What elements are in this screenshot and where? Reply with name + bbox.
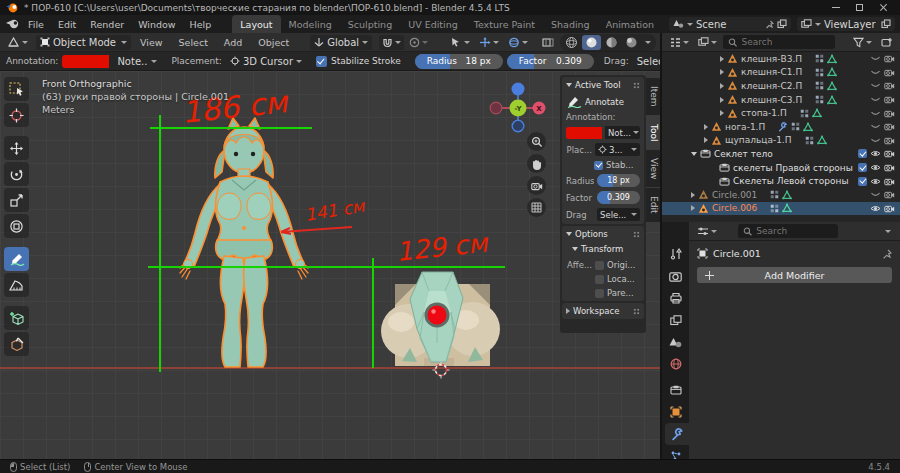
menu-select[interactable]: Select <box>172 33 215 52</box>
transform-tool[interactable] <box>4 214 29 238</box>
camera-visibility-icon[interactable] <box>884 163 895 172</box>
close-icon[interactable] <box>879 3 888 12</box>
overlays-dropdown[interactable] <box>505 35 531 50</box>
hide-eye-icon[interactable] <box>870 95 881 104</box>
affect-locations-checkbox[interactable] <box>595 275 604 284</box>
perspective-grid-button[interactable] <box>527 198 546 217</box>
select-box-tool[interactable] <box>4 77 29 101</box>
add-modifier-button[interactable]: Add Modifier <box>697 267 892 283</box>
outliner-search[interactable] <box>723 35 835 49</box>
np-radius-slider[interactable]: 18 px <box>597 174 640 187</box>
outliner-filter-button[interactable] <box>850 35 875 50</box>
camera-visibility-icon[interactable] <box>884 177 895 186</box>
outliner-row-kleshnya-s3[interactable]: клешня-С3.П <box>662 93 900 107</box>
options-header[interactable]: Options <box>566 229 640 239</box>
panel-menu-icon[interactable] <box>633 231 640 238</box>
hide-eye-icon[interactable] <box>870 122 881 131</box>
outliner-row-skelety-pravoy[interactable]: скелеты Правой стороны <box>662 161 900 175</box>
eye-icon[interactable] <box>870 177 881 186</box>
outliner-row-circle-006[interactable]: Circle.006 <box>662 202 900 216</box>
pin-icon[interactable] <box>882 249 892 259</box>
workspace-tab-uv-editing[interactable]: UV Editing <box>400 15 466 33</box>
panel-menu-icon[interactable] <box>633 308 640 315</box>
collection-checkbox[interactable] <box>858 177 867 186</box>
rotate-tool[interactable] <box>4 162 29 186</box>
outliner-row-shchupaltsa[interactable]: щупальца-1.П <box>662 134 900 148</box>
eye-icon[interactable] <box>870 149 881 158</box>
affect-origins-checkbox[interactable] <box>595 261 604 270</box>
affect-parents-checkbox[interactable] <box>595 289 604 298</box>
cursor-tool[interactable] <box>4 103 29 127</box>
camera-visibility-icon[interactable] <box>884 95 895 104</box>
menu-add[interactable]: Add <box>217 33 249 52</box>
shading-wireframe-button[interactable] <box>562 35 581 50</box>
menu-object[interactable]: Object <box>251 33 296 52</box>
hide-eye-icon[interactable] <box>870 190 881 199</box>
scene-selector[interactable]: Scene <box>669 17 791 31</box>
menu-window[interactable]: Window <box>131 15 182 33</box>
character-model[interactable] <box>168 116 320 372</box>
outliner-search-input[interactable] <box>742 37 830 47</box>
collection-checkbox[interactable] <box>858 149 867 158</box>
shading-material-button[interactable] <box>602 35 621 50</box>
tab-object-properties[interactable] <box>662 401 689 423</box>
np-layer-dropdown[interactable]: Not... <box>605 126 640 139</box>
outliner-filter-mode[interactable] <box>695 35 720 50</box>
panel-menu-icon[interactable] <box>633 82 640 89</box>
camera-visibility-icon[interactable] <box>884 68 895 77</box>
stabilize-checkbox[interactable] <box>316 56 327 67</box>
np-color-swatch[interactable] <box>566 127 602 139</box>
add-cube-tool[interactable] <box>4 306 29 330</box>
selectability-dropdown[interactable] <box>447 35 473 50</box>
blender-menu-icon[interactable] <box>5 18 21 30</box>
camera-visibility-icon[interactable] <box>884 204 895 213</box>
collection-checkbox[interactable] <box>858 163 867 172</box>
outliner-row-seklet-telo[interactable]: Секлет тело <box>662 147 900 161</box>
zoom-button[interactable] <box>527 132 546 151</box>
navigation-gizmo[interactable]: X -Y <box>487 79 549 137</box>
knife-cube-tool[interactable] <box>4 332 29 356</box>
menu-edit[interactable]: Edit <box>51 15 83 33</box>
new-collection-button[interactable] <box>878 35 896 50</box>
eye-icon[interactable] <box>870 163 881 172</box>
workspace-tab-sculpting[interactable]: Sculpting <box>340 15 400 33</box>
workspace-tab-layout[interactable]: Layout <box>232 15 280 33</box>
pin-icon[interactable] <box>765 20 774 29</box>
tab-scene-properties[interactable] <box>662 331 689 353</box>
camera-visibility-icon[interactable] <box>884 109 895 118</box>
np-factor-slider[interactable]: 0.309 <box>597 191 640 204</box>
outliner-row-kleshnya-s1[interactable]: клешня-С1.П <box>662 66 900 80</box>
outliner-row-kleshnya-v3[interactable]: клешня-В3.П <box>662 52 900 66</box>
camera-visibility-icon[interactable] <box>884 81 895 90</box>
outliner-row-noga[interactable]: нога-1.П <box>662 120 900 134</box>
maximize-icon[interactable] <box>856 4 863 11</box>
np-drag-dropdown[interactable]: Sele... <box>597 208 640 221</box>
outliner-row-stopa[interactable]: стопа-1.П <box>662 106 900 120</box>
camera-visibility-icon[interactable] <box>884 54 895 63</box>
np-placement-dropdown[interactable]: 3... <box>595 143 640 156</box>
camera-visibility-icon[interactable] <box>884 136 895 145</box>
hide-eye-icon[interactable] <box>870 68 881 77</box>
creature-model[interactable] <box>372 268 505 372</box>
annotation-layer-dropdown[interactable]: Note.... <box>113 55 161 68</box>
tab-tool-properties[interactable] <box>662 243 689 265</box>
workspace-header[interactable]: Workspace <box>566 306 640 316</box>
shading-solid-button[interactable] <box>582 35 601 50</box>
outliner-display-mode[interactable] <box>666 35 692 50</box>
np-stabilize-checkbox[interactable] <box>594 161 603 170</box>
properties-editor-type[interactable] <box>694 224 720 239</box>
shading-rendered-button[interactable] <box>622 35 641 50</box>
tab-particle-properties[interactable] <box>662 445 689 459</box>
gizmos-dropdown[interactable] <box>476 35 502 50</box>
camera-visibility-icon[interactable] <box>884 190 895 199</box>
tab-tool[interactable]: Tool <box>646 116 660 149</box>
hide-eye-icon[interactable] <box>870 109 881 118</box>
outliner-row-circle-001[interactable]: Circle.001 <box>662 188 900 202</box>
tab-viewlayer-properties[interactable] <box>662 309 689 331</box>
annotation-color-swatch[interactable] <box>62 55 109 68</box>
camera-visibility-icon[interactable] <box>884 122 895 131</box>
properties-search-input[interactable] <box>756 226 833 236</box>
tab-view[interactable]: View <box>646 150 660 187</box>
active-tool-header[interactable]: Active Tool <box>566 80 640 90</box>
camera-visibility-icon[interactable] <box>884 149 895 158</box>
